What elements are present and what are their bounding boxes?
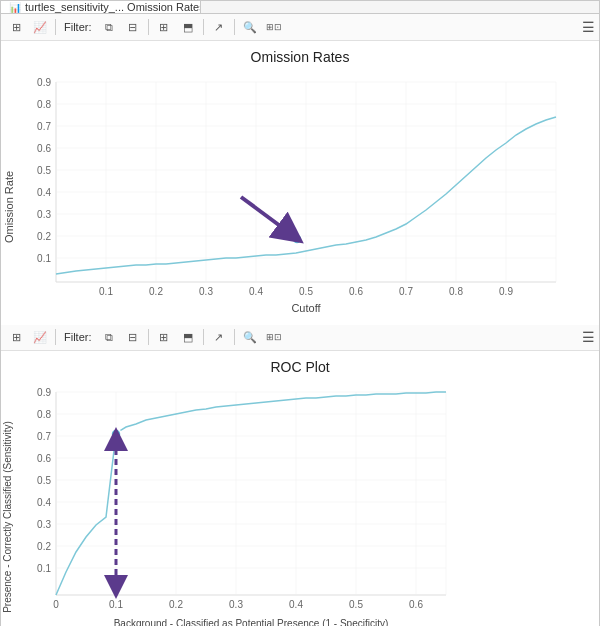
x-axis-label-top: Cutoff [291, 302, 321, 314]
omission-arrow [241, 197, 291, 234]
sep3-top [203, 19, 204, 35]
table-btn-bottom[interactable]: ⊞ [5, 326, 27, 348]
sep1-top [55, 19, 56, 35]
svg-text:0.6: 0.6 [409, 599, 423, 610]
svg-text:0.8: 0.8 [449, 286, 463, 297]
sep2-top [148, 19, 149, 35]
omission-rates-panel: 📊 turtles_sensitivity_... Omission Rates… [0, 0, 600, 310]
svg-text:0.3: 0.3 [229, 599, 243, 610]
zoom-btn-top[interactable]: 🔍 [239, 16, 261, 38]
svg-text:0.7: 0.7 [399, 286, 413, 297]
extent-btn-bottom[interactable]: ⊞⊡ [263, 326, 285, 348]
svg-text:0.5: 0.5 [299, 286, 313, 297]
svg-text:0.9: 0.9 [37, 77, 51, 88]
svg-text:0.1: 0.1 [109, 599, 123, 610]
svg-text:0.5: 0.5 [37, 165, 51, 176]
svg-text:0: 0 [53, 599, 59, 610]
svg-text:0.3: 0.3 [37, 519, 51, 530]
sep4-bottom [234, 329, 235, 345]
svg-text:0.1: 0.1 [37, 253, 51, 264]
svg-text:0.4: 0.4 [249, 286, 263, 297]
svg-text:0.1: 0.1 [99, 286, 113, 297]
svg-text:0.5: 0.5 [349, 599, 363, 610]
grid-btn-bottom[interactable]: ⊞ [153, 326, 175, 348]
export-btn-top[interactable]: ⬒ [177, 16, 199, 38]
zoom-btn-bottom[interactable]: 🔍 [239, 326, 261, 348]
grid-btn-top[interactable]: ⊞ [153, 16, 175, 38]
chart-btn-top[interactable]: 📈 [29, 16, 51, 38]
sep2-bottom [148, 329, 149, 345]
svg-text:0.2: 0.2 [37, 541, 51, 552]
filter-label-top: Filter: [64, 21, 92, 33]
extent-btn-top[interactable]: ⊞⊡ [263, 16, 285, 38]
omission-rates-chart: Omission Rates Omission Rate [1, 41, 599, 325]
sep4-top [234, 19, 235, 35]
omission-highlight-point [292, 234, 302, 244]
omission-rates-title: Omission Rates [1, 49, 599, 65]
svg-text:0.5: 0.5 [37, 475, 51, 486]
filter-btn1-top[interactable]: ⧉ [98, 16, 120, 38]
svg-text:0.6: 0.6 [349, 286, 363, 297]
chart-btn-bottom[interactable]: 📈 [29, 326, 51, 348]
svg-text:0.4: 0.4 [37, 497, 51, 508]
svg-text:0.7: 0.7 [37, 121, 51, 132]
svg-text:0.4: 0.4 [289, 599, 303, 610]
omission-rates-tab[interactable]: 📊 turtles_sensitivity_... Omission Rates… [1, 1, 201, 13]
svg-text:0.6: 0.6 [37, 143, 51, 154]
svg-text:0.3: 0.3 [199, 286, 213, 297]
filter-label-bottom: Filter: [64, 331, 92, 343]
main-container: 📊 turtles_sensitivity_... Omission Rates… [0, 0, 600, 626]
svg-text:0.1: 0.1 [37, 563, 51, 574]
tab-bar-top: 📊 turtles_sensitivity_... Omission Rates… [1, 1, 599, 14]
x-axis-label-bottom: Background - Classified as Potential Pre… [114, 618, 389, 626]
sep1-bottom [55, 329, 56, 345]
roc-highlight-point [111, 429, 121, 439]
svg-text:0.9: 0.9 [499, 286, 513, 297]
omission-rates-svg: Omission Rate [1, 67, 581, 325]
y-axis-label-bottom: Presence - Correctly Classified (Sensiti… [2, 421, 13, 613]
svg-text:0.8: 0.8 [37, 99, 51, 110]
svg-text:0.3: 0.3 [37, 209, 51, 220]
menu-top[interactable]: ☰ [582, 18, 595, 36]
svg-text:0.4: 0.4 [37, 187, 51, 198]
svg-text:0.2: 0.2 [169, 599, 183, 610]
svg-text:0.7: 0.7 [37, 431, 51, 442]
table-btn-top[interactable]: ⊞ [5, 16, 27, 38]
menu-bottom[interactable]: ☰ [582, 328, 595, 346]
svg-text:0.9: 0.9 [37, 387, 51, 398]
roc-plot-chart: ROC Plot Presence - Correctly Classified… [1, 351, 599, 626]
roc-plot-panel: 📊 turtles_sensitivity_...able - ROC Plot… [0, 310, 600, 626]
y-axis-label-top: Omission Rate [3, 171, 15, 243]
sep3-bottom [203, 329, 204, 345]
filter-btn2-bottom[interactable]: ⊟ [122, 326, 144, 348]
line-btn-bottom[interactable]: ↗ [208, 326, 230, 348]
svg-text:0.8: 0.8 [37, 409, 51, 420]
omission-rates-toolbar: ⊞ 📈 Filter: ⧉ ⊟ ⊞ ⬒ ↗ 🔍 ⊞⊡ ☰ [1, 14, 599, 41]
svg-text:0.6: 0.6 [37, 453, 51, 464]
filter-btn1-bottom[interactable]: ⧉ [98, 326, 120, 348]
svg-text:0.2: 0.2 [149, 286, 163, 297]
svg-text:0.2: 0.2 [37, 231, 51, 242]
filter-btn2-top[interactable]: ⊟ [122, 16, 144, 38]
omission-rates-tab-label: turtles_sensitivity_... Omission Rates [25, 1, 201, 13]
roc-plot-toolbar: ⊞ 📈 Filter: ⧉ ⊟ ⊞ ⬒ ↗ 🔍 ⊞⊡ ☰ [1, 324, 599, 351]
roc-plot-svg: Presence - Correctly Classified (Sensiti… [1, 377, 581, 626]
line-btn-top[interactable]: ↗ [208, 16, 230, 38]
roc-plot-title: ROC Plot [1, 359, 599, 375]
export-btn-bottom[interactable]: ⬒ [177, 326, 199, 348]
